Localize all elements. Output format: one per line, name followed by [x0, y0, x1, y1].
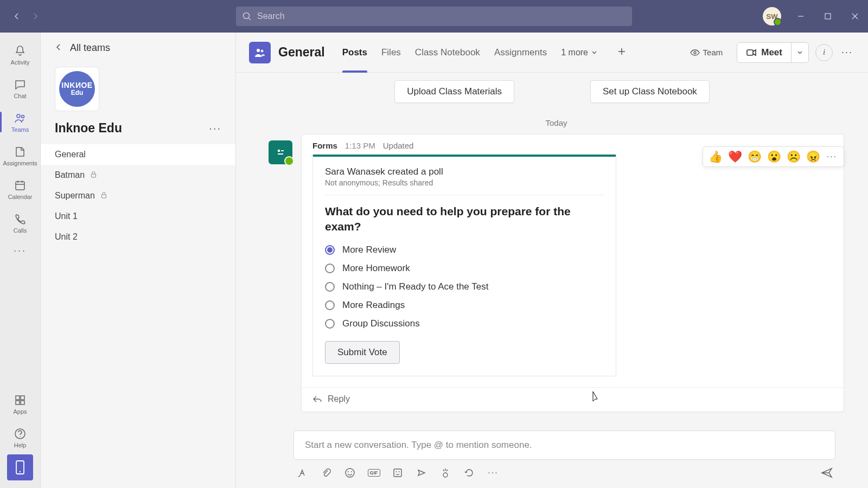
rail-label: Calendar: [8, 194, 33, 200]
reaction-more-button[interactable]: ···: [826, 152, 838, 162]
svg-rect-21: [101, 195, 106, 198]
channel-label: Superman: [55, 191, 95, 201]
submit-vote-button[interactable]: Submit Vote: [325, 341, 400, 364]
rail-apps[interactable]: Apps: [0, 387, 41, 421]
post: Forms 1:13 PM Updated Sara Wanasek creat…: [269, 134, 844, 412]
team-avatar: INKИOE Edu: [55, 67, 99, 111]
rail-more[interactable]: ···: [0, 240, 41, 261]
rail-teams[interactable]: Teams: [0, 105, 41, 139]
nav-forward-button[interactable]: [27, 8, 43, 24]
channel-label: Batman: [55, 170, 85, 180]
lock-icon: [90, 170, 97, 180]
svg-rect-14: [16, 401, 20, 404]
loop-button[interactable]: [463, 466, 476, 479]
mobile-icon: [15, 460, 25, 475]
channel-sidebar: All teams INKИOE Edu Inknoe Edu ··· Gene…: [41, 33, 236, 488]
channel-more-button[interactable]: ···: [839, 47, 855, 58]
rail-mobile-button[interactable]: [7, 454, 33, 480]
chevron-down-icon: [591, 49, 597, 55]
praise-button[interactable]: [439, 466, 452, 479]
svg-rect-8: [16, 182, 24, 190]
svg-point-17: [20, 436, 21, 437]
rail-assignments[interactable]: Assignments: [0, 139, 41, 172]
nav-back-button[interactable]: [9, 8, 25, 24]
svg-point-36: [396, 471, 397, 472]
team-more-button[interactable]: ···: [209, 122, 221, 134]
channel-superman[interactable]: Superman: [41, 185, 235, 206]
add-tab-button[interactable]: [617, 47, 627, 59]
gif-button[interactable]: GIF: [367, 466, 380, 479]
tab-class-notebook[interactable]: Class Notebook: [415, 33, 480, 72]
rail-help[interactable]: Help: [0, 421, 41, 454]
all-teams-label[interactable]: All teams: [70, 42, 110, 54]
window-close-button[interactable]: [847, 9, 863, 24]
svg-rect-12: [16, 396, 20, 400]
setup-notebook-button[interactable]: Set up Class Notebook: [590, 80, 710, 103]
send-button[interactable]: [820, 466, 833, 479]
back-to-teams-button[interactable]: [55, 42, 62, 54]
svg-point-37: [399, 471, 400, 472]
tab-assignments[interactable]: Assignments: [494, 33, 547, 72]
reaction-surprised[interactable]: 😮: [767, 150, 781, 163]
rail-calls[interactable]: Calls: [0, 206, 41, 240]
tab-more[interactable]: 1 more: [561, 48, 597, 57]
composer: Start a new conversation. Type @ to ment…: [293, 431, 835, 479]
attach-button[interactable]: [320, 466, 333, 479]
channel-unit1[interactable]: Unit 1: [41, 206, 235, 227]
rail-label: Help: [14, 442, 27, 448]
rail-chat[interactable]: Chat: [0, 72, 41, 105]
team-pill-label: Team: [703, 48, 723, 57]
rail-calendar[interactable]: Calendar: [0, 172, 41, 206]
sticker-button[interactable]: [391, 466, 404, 479]
team-badge-line1: INKИOE: [61, 81, 92, 89]
poll-card: Sara Wanasek created a poll Not anonymou…: [312, 155, 616, 376]
emoji-button[interactable]: [343, 466, 356, 479]
more-icon: ···: [14, 245, 27, 256]
search-input[interactable]: [257, 11, 626, 21]
meet-button[interactable]: Meet: [737, 43, 791, 62]
teams-icon: [14, 112, 27, 125]
reaction-angry[interactable]: 😠: [806, 150, 820, 163]
meet-now-button[interactable]: [415, 466, 428, 479]
format-button[interactable]: [296, 466, 309, 479]
chat-icon: [14, 78, 27, 91]
user-avatar[interactable]: SW: [763, 7, 781, 25]
channel-batman[interactable]: Batman: [41, 165, 235, 185]
window-minimize-button[interactable]: [793, 9, 808, 24]
meet-button-group: Meet: [737, 42, 809, 63]
tab-posts[interactable]: Posts: [342, 33, 367, 72]
poll-creator: Sara Wanasek created a poll: [325, 166, 604, 177]
channel-general[interactable]: General: [41, 144, 235, 165]
post-status: Updated: [383, 141, 414, 150]
compose-more-button[interactable]: ···: [487, 466, 500, 479]
reply-button[interactable]: Reply: [302, 387, 844, 412]
radio-icon: [325, 282, 335, 292]
rail-activity[interactable]: Activity: [0, 38, 41, 72]
poll-option[interactable]: More Review: [325, 245, 604, 255]
reaction-like[interactable]: 👍: [709, 150, 723, 163]
svg-rect-20: [92, 174, 96, 177]
poll-option[interactable]: Nothing – I'm Ready to Ace the Test: [325, 281, 604, 292]
meet-dropdown[interactable]: [791, 43, 808, 62]
info-button[interactable]: i: [815, 44, 833, 61]
reaction-heart[interactable]: ❤️: [728, 150, 742, 163]
radio-icon: [325, 319, 335, 329]
tab-files[interactable]: Files: [381, 33, 401, 72]
svg-rect-15: [21, 401, 24, 404]
upload-materials-button[interactable]: Upload Class Materials: [394, 80, 514, 103]
poll-option[interactable]: Group Discussions: [325, 318, 604, 329]
poll-option[interactable]: More Readings: [325, 300, 604, 311]
svg-line-1: [248, 18, 251, 20]
team-visibility-button[interactable]: Team: [682, 44, 731, 61]
poll-option-label: More Homework: [342, 263, 410, 274]
reaction-sad[interactable]: ☹️: [787, 150, 801, 163]
reaction-laugh[interactable]: 😁: [748, 150, 762, 163]
eye-icon: [690, 48, 700, 57]
search-box[interactable]: [236, 7, 632, 26]
channel-unit2[interactable]: Unit 2: [41, 227, 235, 247]
compose-input[interactable]: Start a new conversation. Type @ to ment…: [293, 431, 835, 460]
svg-rect-35: [394, 469, 401, 477]
poll-option[interactable]: More Homework: [325, 263, 604, 274]
app-rail: Activity Chat Teams Assignments Calendar…: [0, 33, 41, 488]
window-maximize-button[interactable]: [820, 9, 835, 24]
